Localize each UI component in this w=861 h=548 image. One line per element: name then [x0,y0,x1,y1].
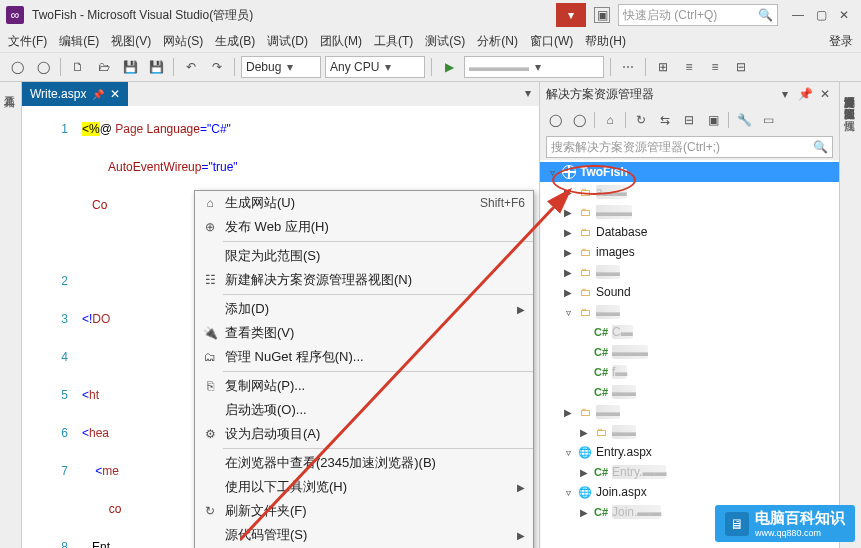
tree-node[interactable]: ▶🗀▬▬▬ [540,202,839,222]
context-menu-item[interactable]: 添加(D)▶ [195,297,533,321]
tree-node[interactable]: ▶🗀▬▬ [540,262,839,282]
platform-combo[interactable]: Any CPU▾ [325,56,425,78]
solution-search-input[interactable]: 搜索解决方案资源管理器(Ctrl+;) 🔍 [546,136,833,158]
close-button[interactable]: ✕ [839,8,849,22]
solution-explorer-tab[interactable]: 解决方案资源管理器 [840,82,859,94]
minimize-button[interactable]: — [792,8,804,22]
maximize-button[interactable]: ▢ [816,8,827,22]
start-debug-button[interactable]: ▶ [438,56,460,78]
menu-test[interactable]: 测试(S) [425,33,465,50]
toolbox-tab[interactable]: 工具箱 [0,82,19,94]
tab-dropdown[interactable]: ▾ [517,82,539,104]
menu-build[interactable]: 生成(B) [215,33,255,50]
menu-website[interactable]: 网站(S) [163,33,203,50]
se-home-button[interactable]: ⌂ [599,109,621,131]
context-menu-item[interactable]: 源代码管理(S)▶ [195,523,533,547]
context-menu-item[interactable]: ☷新建解决方案资源管理器视图(N) [195,268,533,292]
context-menu-item[interactable]: 使用以下工具浏览(H)▶ [195,475,533,499]
save-all-button[interactable]: 💾 [145,56,167,78]
se-fwd-button[interactable]: ◯ [568,109,590,131]
menu-bar: 文件(F) 编辑(E) 视图(V) 网站(S) 生成(B) 调试(D) 团队(M… [0,30,861,52]
nav-back-button[interactable]: ◯ [6,56,28,78]
redo-button[interactable]: ↷ [206,56,228,78]
tree-node[interactable]: ▶🗀▬▬ [540,422,839,442]
context-menu-item[interactable]: ↻刷新文件夹(F) [195,499,533,523]
tree-node[interactable]: ▶C#Entry.▬▬ [540,462,839,482]
team-explorer-tab[interactable]: 团队资源管理器 [840,94,859,106]
tree-node[interactable]: ▿🗀▬▬ [540,302,839,322]
solution-explorer-panel: 解决方案资源管理器 ▾ 📌 ✕ ◯ ◯ ⌂ ↻ ⇆ ⊟ ▣ 🔧 ▭ [539,82,839,548]
save-button[interactable]: 💾 [119,56,141,78]
undo-button[interactable]: ↶ [180,56,202,78]
tree-node[interactable]: ▶🗀▬▬ [540,402,839,422]
config-combo[interactable]: Debug▾ [241,56,321,78]
menu-tools[interactable]: 工具(T) [374,33,413,50]
tree-node[interactable]: ▿🌐Join.aspx [540,482,839,502]
feedback-icon[interactable]: ▣ [594,7,610,23]
properties-tab[interactable]: 属性 [840,106,859,118]
right-tool-rail: 解决方案资源管理器 团队资源管理器 属性 [839,82,861,548]
se-collapse-button[interactable]: ⊟ [678,109,700,131]
solution-tree[interactable]: ▿TwoFish▶🗀a▬▬▶🗀▬▬▬▶🗀Database▶🗀images▶🗀▬▬… [540,160,839,548]
panel-dropdown-icon[interactable]: ▾ [777,86,793,102]
tab-close-icon[interactable]: ✕ [110,87,120,101]
panel-close-icon[interactable]: ✕ [817,86,833,102]
context-menu-item[interactable]: 🔌查看类图(V) [195,321,533,345]
menu-window[interactable]: 窗口(W) [530,33,573,50]
se-properties-button[interactable]: 🔧 [733,109,755,131]
tree-node[interactable]: C#f▬ [540,362,839,382]
context-menu-item[interactable]: 限定为此范围(S) [195,244,533,268]
tree-node[interactable]: ▶🗀Sound [540,282,839,302]
tool-btn-1[interactable]: ⋯ [617,56,639,78]
menu-view[interactable]: 视图(V) [111,33,151,50]
tree-node[interactable]: ▿🌐Entry.aspx [540,442,839,462]
se-back-button[interactable]: ◯ [544,109,566,131]
new-file-button[interactable]: 🗋 [67,56,89,78]
menu-debug[interactable]: 调试(D) [267,33,308,50]
tab-label: Write.aspx [30,87,86,101]
panel-pin-icon[interactable]: 📌 [797,86,813,102]
se-refresh-button[interactable]: ↻ [630,109,652,131]
nav-forward-button[interactable]: ◯ [32,56,54,78]
menu-help[interactable]: 帮助(H) [585,33,626,50]
tree-node[interactable]: C#▬▬ [540,382,839,402]
menu-file[interactable]: 文件(F) [8,33,47,50]
tree-node[interactable]: ▶🗀Database [540,222,839,242]
quick-launch-input[interactable]: 快速启动 (Ctrl+Q) 🔍 [618,4,778,26]
search-icon: 🔍 [813,140,828,154]
se-showall-button[interactable]: ▣ [702,109,724,131]
panel-toolbar: ◯ ◯ ⌂ ↻ ⇆ ⊟ ▣ 🔧 ▭ [540,106,839,134]
menu-analyze[interactable]: 分析(N) [477,33,518,50]
notifications-button[interactable]: ▾ [556,3,586,27]
context-menu-item[interactable]: 🗂管理 NuGet 程序包(N)... [195,345,533,369]
tool-btn-3[interactable]: ≡ [678,56,700,78]
watermark: 🖥 电脑百科知识 www.qq880.com [715,505,855,542]
tool-btn-4[interactable]: ≡ [704,56,726,78]
browser-combo[interactable]: ▬▬▬▬▬▾ [464,56,604,78]
main-toolbar: ◯ ◯ 🗋 🗁 💾 💾 ↶ ↷ Debug▾ Any CPU▾ ▶ ▬▬▬▬▬▾… [0,52,861,82]
context-menu-item[interactable]: 启动选项(O)... [195,398,533,422]
quick-launch-placeholder: 快速启动 (Ctrl+Q) [623,7,717,24]
context-menu-item[interactable]: 在浏览器中查看(2345加速浏览器)(B) [195,451,533,475]
se-sync-button[interactable]: ⇆ [654,109,676,131]
context-menu-item[interactable]: ⊕发布 Web 应用(H) [195,215,533,239]
login-link[interactable]: 登录 [829,33,853,50]
menu-edit[interactable]: 编辑(E) [59,33,99,50]
open-file-button[interactable]: 🗁 [93,56,115,78]
se-preview-button[interactable]: ▭ [757,109,779,131]
context-menu-item[interactable]: ⎘复制网站(P)... [195,374,533,398]
tool-btn-5[interactable]: ⊟ [730,56,752,78]
tree-node[interactable]: ▶🗀images [540,242,839,262]
document-tab[interactable]: Write.aspx 📌 ✕ [22,82,128,106]
tree-node[interactable]: C#▬▬▬ [540,342,839,362]
context-menu-item[interactable]: ⌂生成网站(U)Shift+F6 [195,191,533,215]
tree-node[interactable]: ▶🗀a▬▬ [540,182,839,202]
pin-icon[interactable]: 📌 [92,89,104,100]
search-placeholder: 搜索解决方案资源管理器(Ctrl+;) [551,139,720,156]
search-icon: 🔍 [758,8,773,22]
context-menu-item[interactable]: ⚙设为启动项目(A) [195,422,533,446]
tree-root[interactable]: ▿TwoFish [540,162,839,182]
tool-btn-2[interactable]: ⊞ [652,56,674,78]
menu-team[interactable]: 团队(M) [320,33,362,50]
tree-node[interactable]: C#C▬ [540,322,839,342]
